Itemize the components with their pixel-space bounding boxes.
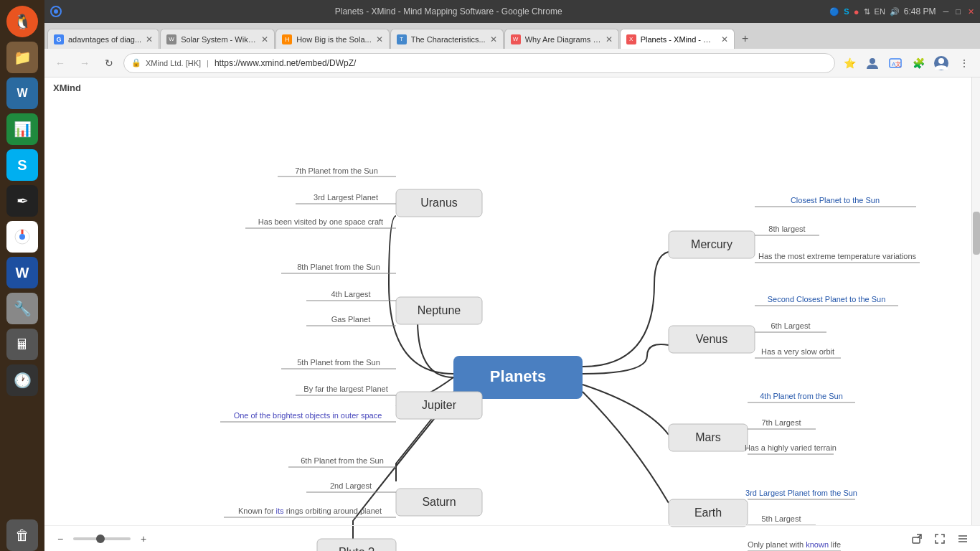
tab-close-4[interactable]: ✕: [490, 34, 497, 44]
svg-point-3: [54, 9, 58, 14]
vertical-scrollbar[interactable]: [971, 77, 980, 525]
address-bar[interactable]: 🔒 XMind Ltd. [HK] | https://www.xmind.ne…: [123, 53, 835, 73]
bottom-toolbar: − +: [44, 525, 980, 551]
clock: 6:48 PM: [904, 6, 936, 17]
translate-icon[interactable]: A文: [885, 53, 905, 73]
tab-close-6[interactable]: ✕: [721, 34, 728, 44]
venus-fact2: 6th Largest: [771, 321, 810, 330]
line-mars: [583, 385, 669, 435]
view-options-button[interactable]: [954, 530, 971, 547]
mindmap-container: Planets: [44, 77, 980, 551]
line-earth: [583, 392, 669, 503]
lock-icon: 🔒: [131, 58, 141, 67]
uranus-fact2: 3rd Largest Planet: [314, 193, 378, 202]
jupiter-label: Jupiter: [422, 399, 457, 411]
neptune-label: Neptune: [418, 304, 461, 316]
taskbar-clock-icon[interactable]: 🕐: [6, 364, 38, 396]
svg-rect-10: [913, 537, 920, 543]
earth-fact1: 3rd Largest Planet from the Sun: [745, 489, 857, 497]
extensions-icon[interactable]: 🧩: [908, 53, 928, 73]
tab-favicon-5: W: [511, 34, 521, 44]
jupiter-fact3: One of the brightest objects in outer sp…: [234, 411, 382, 420]
reload-button[interactable]: ↻: [99, 53, 119, 73]
taskbar-wps-icon[interactable]: W: [6, 257, 38, 288]
mercury-fact1: Closest Planet to the Sun: [791, 196, 880, 204]
nav-bar: ← → ↻ 🔒 XMind Ltd. [HK] | https://www.xm…: [44, 49, 980, 77]
mercury-fact2: 8th largest: [768, 225, 805, 233]
zoom-in-button[interactable]: +: [136, 532, 151, 546]
tab-why-diagrams[interactable]: W Why Are Diagrams S... ✕: [504, 29, 619, 49]
earth-fact2: 5th Largest: [761, 514, 801, 523]
neptune-fact2: 4th Largest: [331, 290, 370, 298]
tab-close-5[interactable]: ✕: [606, 34, 613, 44]
taskbar-calculator-icon[interactable]: 🖩: [6, 329, 38, 360]
tab-close-3[interactable]: ✕: [376, 34, 383, 44]
taskbar-calc-icon[interactable]: 📊: [6, 113, 38, 145]
svg-point-4: [870, 58, 875, 64]
mercury-fact3: Has the most extreme temperature variati…: [758, 252, 917, 260]
content-area: XMind Planets: [44, 77, 980, 551]
tab-label-4: The Characteristics...: [411, 35, 486, 44]
taskbar-inkscape-icon[interactable]: ✒: [6, 185, 38, 217]
maximize-btn[interactable]: □: [956, 7, 961, 16]
tab-label-1: adavntages of diag...: [68, 35, 141, 44]
taskbar-chrome-icon[interactable]: [6, 221, 38, 253]
tab-solar-wiki[interactable]: W Solar System - Wikip... ✕: [160, 29, 275, 49]
profile-icon[interactable]: [862, 53, 882, 73]
taskbar-files-icon[interactable]: 📁: [6, 42, 38, 73]
mars-label: Mars: [695, 431, 721, 443]
zoom-slider-thumb[interactable]: [96, 534, 105, 543]
jupiter-fact2: By far the largest Planet: [303, 385, 387, 393]
saturn-label: Saturn: [422, 496, 456, 508]
taskbar-skype-icon[interactable]: S: [6, 149, 38, 181]
new-tab-button[interactable]: +: [735, 29, 755, 49]
minimize-btn[interactable]: ─: [943, 7, 949, 16]
close-btn[interactable]: ✕: [968, 7, 974, 17]
fullscreen-button[interactable]: [931, 530, 948, 547]
title-bar: Planets - XMind - Mind Mapping Software …: [44, 0, 980, 23]
chrome-window: Planets - XMind - Mind Mapping Software …: [44, 0, 980, 551]
taskbar-writer-icon[interactable]: W: [6, 77, 38, 109]
venus-fact1: Second Closest Planet to the Sun: [768, 295, 886, 303]
tab-how-big[interactable]: H How Big is the Sola... ✕: [275, 29, 390, 49]
tab-label-3: How Big is the Sola...: [296, 35, 372, 44]
mindmap-svg: Planets: [44, 98, 970, 551]
tab-favicon-3: H: [282, 34, 292, 44]
tab-favicon-2: W: [166, 34, 176, 44]
uranus-label: Uranus: [420, 197, 458, 209]
tab-characteristics[interactable]: T The Characteristics... ✕: [390, 29, 504, 49]
tab-favicon-6: X: [626, 34, 636, 44]
tab-planets-xmind[interactable]: X Planets - XMind - Mi... ✕: [620, 29, 735, 49]
venus-label: Venus: [696, 333, 727, 345]
taskbar: 🐧 📁 W 📊 S ✒ W 🔧 🖩 🕐 🗑: [0, 0, 44, 551]
taskbar-ubuntu-icon[interactable]: 🐧: [6, 6, 38, 37]
tab-close-1[interactable]: ✕: [146, 34, 153, 44]
tab-label-6: Planets - XMind - Mi...: [641, 35, 717, 44]
profile-avatar[interactable]: [931, 53, 951, 73]
tab-label-2: Solar System - Wikip...: [181, 35, 257, 44]
tab-favicon-1: G: [54, 34, 64, 44]
zoom-slider[interactable]: [73, 537, 131, 540]
bookmarks-bar-icon[interactable]: ⭐: [839, 53, 859, 73]
menu-button[interactable]: ⋮: [954, 53, 974, 73]
taskbar-trash-icon[interactable]: 🗑: [6, 519, 38, 551]
chrome-logo-icon: [50, 6, 62, 17]
provider-text: XMind Ltd. [HK]: [146, 59, 201, 67]
tab-adavntages[interactable]: G adavntages of diag... ✕: [47, 29, 159, 49]
saturn-fact2: 2nd Largest: [330, 481, 372, 490]
zoom-out-button[interactable]: −: [53, 532, 67, 546]
external-link-button[interactable]: [908, 530, 925, 547]
svg-point-1: [19, 234, 25, 240]
mars-fact3: Has a highly varied terrain: [745, 443, 837, 452]
tab-label-5: Why Are Diagrams S...: [525, 35, 601, 44]
mars-fact1: 4th Planet from the Sun: [760, 392, 843, 400]
back-button[interactable]: ←: [50, 53, 70, 73]
earth-label: Earth: [694, 507, 722, 519]
saturn-fact3: Known for its rings orbiting around plan…: [238, 507, 382, 515]
forward-button[interactable]: →: [75, 53, 95, 73]
tab-close-2[interactable]: ✕: [261, 34, 268, 44]
mercury-label: Mercury: [691, 238, 732, 250]
scrollbar-thumb[interactable]: [973, 212, 980, 255]
line-venus: [583, 344, 669, 374]
taskbar-tools-icon[interactable]: 🔧: [6, 293, 38, 324]
